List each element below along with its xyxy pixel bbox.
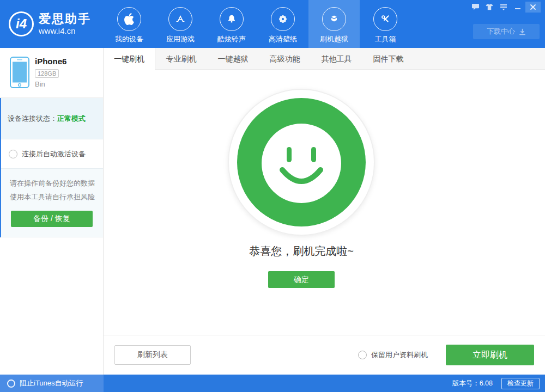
device-info-card[interactable]: iPhone6 128GB Bin [0, 48, 103, 98]
device-owner: Bin [35, 80, 66, 88]
backup-restore-button[interactable]: 备份 / 恢复 [11, 211, 93, 227]
toolbox-icon [373, 7, 397, 31]
device-name: iPhone6 [35, 57, 66, 66]
device-details: iPhone6 128GB Bin [35, 57, 66, 97]
iphone-icon [10, 57, 29, 97]
wallpaper-icon [271, 7, 295, 31]
feedback-icon[interactable] [469, 2, 482, 13]
download-icon [519, 28, 526, 35]
main-nav: 我的设备 应用游戏 酷炫铃声 [104, 0, 411, 48]
warning-line-2: 使用本工具请自行承担风险 [10, 190, 103, 204]
app-header: i4 爱思助手 www.i4.cn 我的设备 应用游戏 [0, 0, 545, 48]
brand-name: 爱思助手 [39, 12, 91, 26]
bell-icon [220, 7, 244, 31]
device-sidebar: iPhone6 128GB Bin 设备连接状态： 正常模式 连接后自动激活设备… [0, 48, 104, 375]
apple-icon [117, 7, 141, 31]
nav-item-wallpapers[interactable]: 高清壁纸 [257, 0, 308, 48]
refresh-list-button[interactable]: 刷新列表 [114, 345, 191, 365]
skin-icon[interactable] [483, 2, 496, 13]
auto-activate-label: 连接后自动激活设备 [22, 149, 86, 159]
auto-activate-radio[interactable] [9, 150, 17, 158]
version-number: 版本号：6.08 [452, 379, 493, 388]
success-smiley-icon [227, 88, 376, 236]
block-itunes-radio[interactable] [7, 379, 15, 388]
check-update-button[interactable]: 检查更新 [501, 378, 540, 389]
connection-status-label: 设备连接状态： [8, 114, 57, 124]
window-controls [468, 2, 541, 13]
i4-logo-icon: i4 [9, 11, 34, 36]
appstore-icon [168, 7, 192, 31]
confirm-button[interactable]: 确定 [268, 271, 335, 288]
keep-user-data-option[interactable]: 保留用户资料刷机 [358, 350, 428, 360]
flash-action-bar: 刷新列表 保留用户资料刷机 立即刷机 [104, 335, 545, 375]
close-icon[interactable] [525, 2, 541, 13]
flash-now-button[interactable]: 立即刷机 [446, 345, 534, 365]
tab-one-key-flash[interactable]: 一键刷机 [104, 48, 155, 70]
flash-tabbar: 一键刷机 专业刷机 一键越狱 高级功能 其他工具 固件下载 [104, 48, 545, 70]
nav-item-toolbox[interactable]: 工具箱 [360, 0, 411, 48]
tab-other-tools[interactable]: 其他工具 [311, 48, 362, 70]
download-center-button[interactable]: 下载中心 [473, 24, 540, 39]
menu-icon[interactable] [497, 2, 510, 13]
block-itunes-label: 阻止iTunes自动运行 [20, 378, 83, 388]
warning-line-1: 请在操作前备份好您的数据 [10, 176, 103, 190]
status-bar-right: 版本号：6.08 检查更新 [104, 375, 545, 392]
backup-warning-panel: 请在操作前备份好您的数据 使用本工具请自行承担风险 备份 / 恢复 [0, 169, 103, 237]
flash-complete-message: 恭喜您，刷机完成啦~ [249, 244, 354, 259]
status-bar: 阻止iTunes自动运行 版本号：6.08 检查更新 [0, 375, 545, 392]
brand-block: 爱思助手 www.i4.cn [39, 12, 91, 36]
block-itunes-option[interactable]: 阻止iTunes自动运行 [0, 375, 104, 392]
connection-status-panel: 设备连接状态： 正常模式 [0, 98, 103, 139]
minimize-icon[interactable] [511, 2, 524, 13]
nav-item-ringtones[interactable]: 酷炫铃声 [206, 0, 257, 48]
brand-url: www.i4.cn [39, 26, 91, 36]
download-center-label: 下载中心 [487, 27, 515, 36]
flash-result-panel: 恭喜您，刷机完成啦~ 确定 [104, 70, 545, 335]
nav-item-apps-games[interactable]: 应用游戏 [155, 0, 206, 48]
nav-label: 应用游戏 [166, 34, 195, 44]
nav-label: 刷机越狱 [320, 34, 348, 44]
auto-activate-option[interactable]: 连接后自动激活设备 [0, 139, 103, 169]
tab-pro-flash[interactable]: 专业刷机 [155, 48, 207, 70]
app-logo[interactable]: i4 爱思助手 www.i4.cn [0, 0, 104, 48]
flash-box-icon [322, 7, 346, 31]
tab-firmware-download[interactable]: 固件下载 [362, 48, 414, 70]
nav-label: 酷炫铃声 [217, 34, 246, 44]
nav-item-flash-jailbreak[interactable]: 刷机越狱 [308, 0, 360, 48]
nav-label: 我的设备 [115, 34, 143, 44]
keep-user-data-radio[interactable] [358, 351, 367, 359]
nav-item-my-devices[interactable]: 我的设备 [104, 0, 155, 48]
nav-label: 工具箱 [375, 34, 396, 44]
connection-status-value: 正常模式 [57, 114, 86, 124]
nav-label: 高清壁纸 [269, 34, 297, 44]
sidebar-accent-bar [0, 98, 1, 237]
keep-user-data-label: 保留用户资料刷机 [371, 350, 428, 360]
tab-advanced[interactable]: 高级功能 [259, 48, 311, 70]
device-capacity-badge: 128GB [35, 69, 59, 78]
tab-one-key-jailbreak[interactable]: 一键越狱 [207, 48, 259, 70]
